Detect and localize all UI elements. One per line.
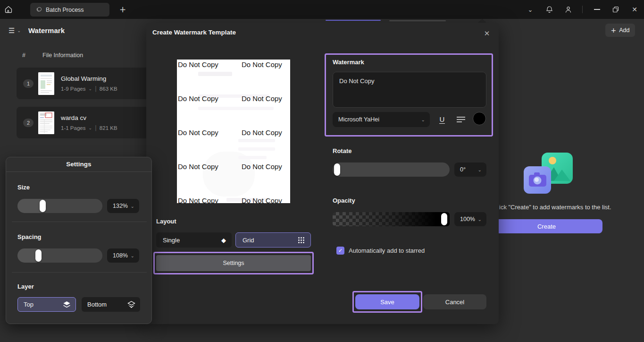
opacity-value-dropdown[interactable]: 100% ⌄: [454, 212, 486, 226]
spacing-value-dropdown[interactable]: 108% ⌄: [107, 248, 139, 263]
file-size: 863 KB: [100, 86, 117, 92]
dialog-title: Create Watermark Template: [152, 29, 236, 36]
minimize-button[interactable]: [587, 0, 606, 19]
add-button-label: Add: [619, 27, 629, 34]
create-button[interactable]: Create: [491, 219, 602, 233]
watermark-text-input[interactable]: Do Not Copy: [333, 72, 486, 108]
active-tab-indicator: [326, 20, 381, 21]
column-header-file-info: File Information: [42, 52, 83, 59]
add-button[interactable]: + Add: [605, 24, 635, 37]
chevron-down-icon: ⌄: [131, 253, 134, 258]
file-pages[interactable]: 1-9 Pages: [61, 86, 85, 92]
spacing-slider[interactable]: [17, 248, 102, 263]
rotate-slider[interactable]: [333, 162, 450, 177]
minimize-icon: [594, 9, 600, 9]
grid-label: Grid: [243, 237, 254, 244]
layers-top-icon: [63, 301, 71, 308]
tab-label: Batch Process: [46, 7, 84, 13]
preview-doc-ghost: [198, 72, 232, 76]
tab-batch-process[interactable]: Batch Process: [30, 3, 109, 17]
menu-chevron-icon: ⌄: [17, 28, 21, 35]
preview-watermark-text: Do Not Copy: [178, 129, 218, 136]
watermark-label: Watermark: [333, 59, 364, 66]
spacing-slider-handle[interactable]: [35, 249, 42, 262]
pages-chevron-icon[interactable]: ⌄: [88, 126, 92, 130]
file-row-global-warming[interactable]: 1 Global Warming 1-9 Pages ⌄ | 863 KB: [17, 68, 153, 99]
pages-chevron-icon[interactable]: ⌄: [88, 86, 92, 91]
inactive-tab-indicator: [389, 20, 446, 21]
opacity-slider-handle[interactable]: [441, 213, 447, 225]
dialog-settings-button[interactable]: Settings: [156, 255, 311, 271]
underline-button[interactable]: U: [435, 113, 449, 126]
grid-dots-icon: [298, 237, 305, 244]
preview-watermark-text: Do Not Copy: [242, 163, 282, 170]
size-value-dropdown[interactable]: 132% ⌄: [107, 199, 139, 213]
plus-icon: +: [611, 26, 617, 34]
settings-popup: Settings Size 132% ⌄ Spacing 108% ⌄ Laye…: [6, 157, 152, 324]
spacing-value: 108%: [113, 252, 128, 259]
file-index-badge: 1: [23, 79, 33, 88]
preview-watermark-text: Do Not Copy: [242, 129, 282, 136]
preview-watermark-text: Do Not Copy: [178, 163, 218, 170]
font-name: Microsoft YaHei: [338, 116, 379, 123]
new-tab-button[interactable]: +: [114, 0, 131, 19]
underline-icon: U: [439, 116, 445, 124]
file-meta: 1-1 Pages ⌄ | 821 KB: [61, 125, 117, 131]
cancel-button[interactable]: Cancel: [423, 294, 486, 309]
menu-button[interactable]: ☰ ⌄: [8, 26, 21, 35]
rotate-slider-handle[interactable]: [334, 163, 340, 176]
size-slider-handle[interactable]: [40, 200, 46, 212]
check-icon: ✓: [338, 248, 343, 254]
restore-icon: [612, 6, 619, 13]
opacity-value: 100%: [460, 216, 475, 222]
file-index-badge: 2: [23, 119, 33, 127]
preview-watermark-text: Do Not Copy: [242, 61, 282, 68]
divider: [12, 222, 147, 222]
preview-watermark-text: Do Not Copy: [178, 95, 218, 102]
restore-button[interactable]: [606, 0, 625, 19]
size-slider[interactable]: [17, 199, 102, 213]
person-icon: [564, 6, 572, 14]
account-button[interactable]: [559, 0, 577, 19]
file-row-warda-cv[interactable]: 2 warda cv 1-1 Pages ⌄ |: [17, 107, 153, 138]
single-diamond-icon: ◆: [221, 237, 226, 244]
preview-doc-ghost: [198, 107, 274, 110]
watermark-illustration: [523, 152, 576, 196]
align-left-icon: [456, 116, 466, 123]
file-name: Global Warming: [61, 75, 117, 82]
starred-checkbox[interactable]: ✓: [336, 247, 344, 255]
home-icon: [4, 5, 13, 14]
dialog-close-button[interactable]: ✕: [481, 28, 493, 39]
preview-doc-ghost: [238, 147, 275, 151]
close-window-button[interactable]: ✕: [625, 0, 644, 19]
layout-single-button[interactable]: Single ◆: [156, 232, 232, 248]
font-color-swatch[interactable]: [473, 112, 486, 125]
home-button[interactable]: [0, 0, 17, 19]
layout-grid-button[interactable]: Grid: [235, 232, 311, 248]
save-button[interactable]: Save: [355, 294, 419, 309]
layout-label: Layout: [156, 218, 176, 225]
layer-bottom-button[interactable]: Bottom: [82, 297, 140, 312]
chevron-down-icon: ⌄: [131, 204, 134, 209]
preview-doc-ghost: [238, 156, 267, 159]
rotate-value-dropdown[interactable]: 0° ⌄: [454, 162, 486, 177]
font-dropdown[interactable]: Microsoft YaHei ⌄: [333, 112, 430, 127]
settings-popup-title: Settings: [6, 161, 151, 168]
opacity-label: Opacity: [333, 197, 355, 204]
size-label: Size: [17, 184, 30, 191]
opacity-slider[interactable]: [333, 212, 450, 226]
file-meta: 1-9 Pages ⌄ | 863 KB: [61, 86, 117, 92]
notifications-button[interactable]: [540, 0, 559, 19]
titlebar-chevron-down-icon[interactable]: ⌄: [521, 0, 540, 19]
size-value: 132%: [113, 203, 128, 209]
preview-watermark-text: Do Not Copy: [178, 197, 218, 203]
align-button[interactable]: [454, 113, 468, 126]
file-size: 821 KB: [100, 125, 117, 131]
hamburger-icon: ☰: [8, 26, 15, 35]
file-thumbnail: [38, 111, 54, 134]
layer-top-button[interactable]: Top: [17, 297, 76, 312]
titlebar-divider: [582, 6, 583, 13]
starred-checkbox-label[interactable]: Automatically add to starred: [349, 247, 425, 254]
file-pages[interactable]: 1-1 Pages: [61, 125, 85, 131]
layer-label: Layer: [17, 283, 34, 290]
